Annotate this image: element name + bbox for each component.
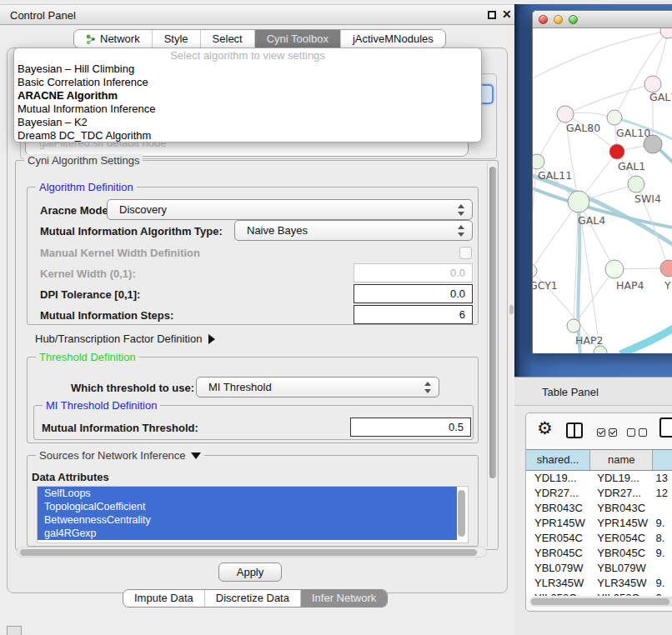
- table-toolbar: ⚙: [526, 413, 672, 449]
- disclosure-collapsed-icon: [208, 334, 215, 344]
- network-icon: [86, 34, 96, 44]
- screen: Control Panel ✕ Network Style Select Cyn…: [0, 0, 672, 635]
- which-threshold-label: Which threshold to use:: [71, 382, 194, 394]
- clear-checkbox-icon[interactable]: [627, 428, 635, 437]
- mi-threshold-field[interactable]: 0.5: [350, 418, 471, 437]
- kernel-width-field[interactable]: 0.0: [354, 263, 473, 282]
- table-row[interactable]: YBR045CYBR045C9.: [526, 546, 672, 561]
- data-attributes-label: Data Attributes: [32, 471, 109, 483]
- list-scrollbar[interactable]: [458, 490, 465, 537]
- mi-algorithm-type-combo[interactable]: Naive Bayes: [234, 220, 473, 241]
- tab-impute-data[interactable]: Impute Data: [123, 590, 204, 607]
- table-row[interactable]: YIL052CYIL052C0.: [526, 591, 672, 596]
- node-label: GCY1: [533, 279, 558, 292]
- column-header-name[interactable]: name: [590, 450, 653, 470]
- scrollbar-thumb[interactable]: [20, 549, 477, 556]
- popup-item[interactable]: Bayesian – Hill Climbing: [14, 62, 481, 76]
- node-label: GAL7: [649, 91, 672, 103]
- close-icon[interactable]: ✕: [502, 8, 512, 21]
- settings-horizontal-scrollbar[interactable]: [17, 547, 487, 558]
- tab-infer-network[interactable]: Infer Network: [300, 590, 387, 607]
- tab-select[interactable]: Select: [200, 30, 254, 48]
- data-attributes-list[interactable]: SelfLoops TopologicalCoefficient Between…: [37, 486, 469, 543]
- threshold-definition-title: Threshold Definition: [36, 351, 139, 363]
- node-table-container: ⚙ shared... name YDL19...YDL19...13 YDR2…: [525, 412, 672, 612]
- network-view-window[interactable]: GAL7 GAL80 GAL10 GAL1 GAL11 SWI4 GAL4 GC…: [532, 10, 672, 353]
- float-window-icon[interactable]: [488, 11, 496, 19]
- scrollbar-thumb[interactable]: [531, 598, 669, 605]
- mi-steps-label: Mutual Information Steps:: [40, 309, 173, 322]
- table-row[interactable]: YPR145WYPR145W9.: [526, 516, 672, 531]
- function-icon[interactable]: [659, 418, 672, 438]
- list-item[interactable]: SelfLoops: [38, 487, 457, 500]
- select-all-checkbox-icon[interactable]: [609, 428, 617, 437]
- table-header-row: shared... name: [526, 449, 672, 471]
- network-canvas[interactable]: GAL7 GAL80 GAL10 GAL1 GAL11 SWI4 GAL4 GC…: [533, 28, 672, 353]
- table-row[interactable]: YER054CYER054C8.: [526, 531, 672, 546]
- node-table: shared... name YDL19...YDL19...13 YDR27.…: [526, 449, 672, 596]
- aracne-mode-combo[interactable]: Discovery: [107, 199, 473, 220]
- node-label: HAP2: [575, 334, 603, 347]
- algorithm-dropdown-popup: Select algorithm to view settings Bayesi…: [13, 48, 482, 142]
- popup-item[interactable]: Dream8 DC_TDC Algorithm: [14, 129, 481, 142]
- apply-button[interactable]: Apply: [218, 562, 282, 582]
- popup-item-selected[interactable]: ARACNE Algorithm: [14, 89, 481, 102]
- node-label: GAL11: [538, 169, 572, 182]
- network-graph: [533, 28, 672, 353]
- table-rows: YDL19...YDL19...13 YDR27...YDR27...12 YB…: [526, 471, 672, 596]
- table-row[interactable]: YBL079WYBL079W: [526, 561, 672, 576]
- window-grip-icon[interactable]: [7, 626, 22, 635]
- mi-steps-field[interactable]: 6: [354, 305, 473, 324]
- kernel-width-label: Kernel Width (0,1):: [40, 268, 136, 280]
- disclosure-expanded-icon: [191, 452, 201, 459]
- popup-item[interactable]: Mutual Information Inference: [14, 102, 481, 116]
- gear-icon[interactable]: ⚙: [537, 418, 553, 438]
- select-all-checkbox-icon[interactable]: [597, 428, 605, 437]
- minimize-traffic-icon[interactable]: [554, 15, 563, 24]
- manual-kernel-width-label: Manual Kernel Width Definition: [40, 247, 200, 259]
- which-threshold-combo[interactable]: MI Threshold: [196, 377, 439, 398]
- popup-item[interactable]: Bayesian – K2: [14, 116, 481, 129]
- list-item[interactable]: BetweennessCentrality: [38, 513, 457, 527]
- combo-spinner-icon: [424, 381, 431, 394]
- hub-definition-disclosure[interactable]: Hub/Transcription Factor Definition: [35, 332, 215, 345]
- table-horizontal-scrollbar[interactable]: [529, 597, 672, 607]
- close-traffic-icon[interactable]: [539, 15, 548, 24]
- clear-checkbox-icon[interactable]: [639, 428, 647, 437]
- table-row[interactable]: YLR345WYLR345W9.: [526, 576, 672, 591]
- tab-cyni-toolbox[interactable]: Cyni Toolbox: [254, 30, 340, 48]
- node-label: Y: [664, 279, 671, 292]
- column-header-partial[interactable]: [653, 450, 672, 470]
- table-row[interactable]: YDR27...YDR27...12: [526, 486, 672, 501]
- list-item[interactable]: gal4RGexp: [38, 527, 457, 540]
- mi-threshold-label: Mutual Information Threshold:: [42, 422, 198, 434]
- aracne-mode-label: Aracne Mode:: [40, 204, 112, 217]
- table-panel-title: Table Panel: [542, 386, 599, 398]
- network-window-titlebar[interactable]: [533, 11, 672, 28]
- scrollbar-thumb[interactable]: [489, 167, 496, 478]
- node-label: SWI4: [634, 192, 661, 205]
- list-item[interactable]: TopologicalCoefficient: [38, 500, 457, 513]
- mi-algorithm-type-label: Mutual Information Algorithm Type:: [40, 225, 223, 238]
- table-row[interactable]: YDL19...YDL19...13: [526, 471, 672, 486]
- node-label: GAL80: [566, 122, 600, 134]
- algorithm-definition-title: Algorithm Definition: [36, 181, 137, 193]
- column-header-shared[interactable]: shared...: [526, 450, 590, 470]
- columns-icon[interactable]: [566, 422, 583, 438]
- split-pane-handle[interactable]: [509, 305, 514, 314]
- manual-kernel-width-checkbox[interactable]: [459, 247, 472, 259]
- combo-spinner-icon: [458, 224, 464, 238]
- table-panel-titlebar: Table Panel: [514, 377, 672, 406]
- zoom-traffic-icon[interactable]: [569, 15, 578, 24]
- sources-group-title[interactable]: Sources for Network Inference: [36, 449, 204, 462]
- cyni-bottom-tabs: Impute Data Discretize Data Infer Networ…: [123, 589, 388, 608]
- tab-style[interactable]: Style: [152, 30, 200, 48]
- table-row[interactable]: YBR043CYBR043C: [526, 501, 672, 516]
- tab-jactivemnodules[interactable]: jActiveMNodules: [340, 30, 445, 48]
- dpi-tolerance-field[interactable]: 0.0: [354, 284, 473, 303]
- popup-item[interactable]: Basic Correlation Inference: [14, 76, 481, 89]
- tab-network[interactable]: Network: [74, 30, 152, 48]
- mi-threshold-definition-title: MI Threshold Definition: [43, 399, 160, 412]
- tab-discretize-data[interactable]: Discretize Data: [204, 590, 300, 607]
- settings-vertical-scrollbar[interactable]: [487, 163, 497, 547]
